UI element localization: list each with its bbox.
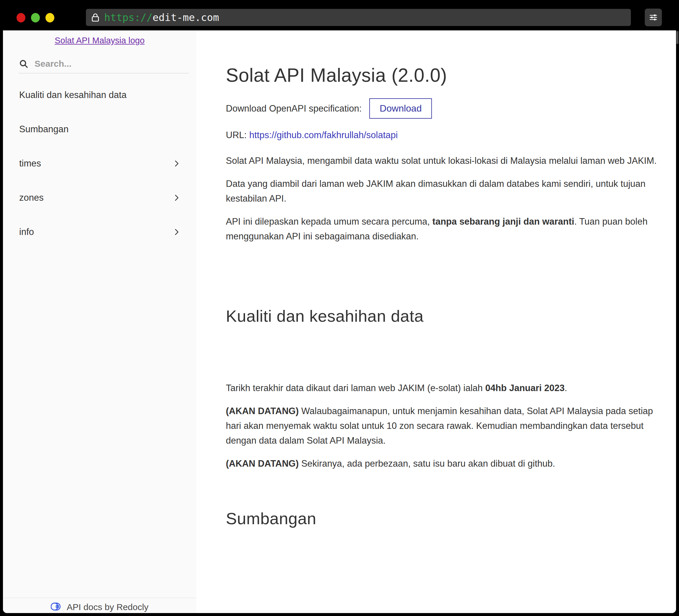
- intro-paragraph: API ini dilepaskan kepada umum secara pe…: [226, 214, 657, 244]
- page-area: Solat API Malaysia logo Search... Kualit…: [3, 30, 676, 613]
- sidebar-item-sumbangan[interactable]: Sumbangan: [3, 112, 196, 147]
- sidebar-item-label: Kualiti dan kesahihan data: [19, 90, 127, 100]
- url-scheme: https://: [104, 11, 153, 23]
- redocly-attribution-link[interactable]: API docs by Redocly: [3, 598, 196, 613]
- github-link[interactable]: https://github.com/fakhrullah/solatapi: [249, 130, 398, 140]
- intro-paragraph: Data yang diambil dari laman web JAKIM a…: [226, 176, 657, 206]
- chevron-right-icon: [172, 228, 181, 236]
- browser-chrome: https://edit-me.com: [0, 0, 679, 30]
- sidebar-item-label: Sumbangan: [19, 124, 68, 135]
- section-paragraph: Tarikh terakhir data dikaut dari laman w…: [226, 381, 657, 395]
- section-paragraph: (AKAN DATANG) Walaubagaimanapun, untuk m…: [226, 404, 657, 448]
- search-input[interactable]: Search...: [19, 55, 189, 73]
- redocly-logo-icon: [51, 601, 62, 612]
- search-placeholder: Search...: [35, 59, 71, 69]
- url-host: edit-me.com: [153, 11, 219, 23]
- lock-icon: [90, 12, 101, 23]
- close-window-button[interactable]: [17, 13, 25, 23]
- chevron-right-icon: [172, 193, 181, 202]
- search-icon: [19, 59, 29, 69]
- logo-link[interactable]: Solat API Malaysia logo: [3, 36, 196, 45]
- intro-paragraph: Solat API Malaysia, mengambil data waktu…: [226, 154, 657, 168]
- sidebar-item-info[interactable]: info: [3, 215, 196, 249]
- sidebar-item-zones[interactable]: zones: [3, 181, 196, 215]
- section-heading-sumbangan: Sumbangan: [226, 508, 658, 529]
- section-paragraph: (AKAN DATANG) Sekiranya, ada perbezaan, …: [226, 456, 657, 471]
- main-content: Solat API Malaysia (2.0.0) Download Open…: [196, 30, 676, 613]
- spec-url-row: URL: https://github.com/fakhrullah/solat…: [226, 130, 658, 140]
- traffic-lights: [17, 13, 54, 23]
- sidebar-item-label: times: [19, 158, 41, 169]
- sidebar-item-label: info: [19, 227, 34, 237]
- sidebar-menu: Kualiti dan kesahihan data Sumbangan tim…: [3, 78, 196, 249]
- url-label: URL:: [226, 130, 249, 140]
- download-spec-label: Download OpenAPI specification:: [226, 103, 362, 114]
- zoom-window-button[interactable]: [31, 13, 40, 23]
- sidebar-item-label: zones: [19, 192, 44, 203]
- scrollbar-thumb[interactable]: [676, 31, 678, 44]
- address-bar[interactable]: https://edit-me.com: [86, 9, 631, 26]
- sidebar-item-kualiti[interactable]: Kualiti dan kesahihan data: [3, 78, 196, 112]
- download-row: Download OpenAPI specification: Download: [226, 98, 658, 119]
- minimize-window-button[interactable]: [45, 13, 54, 23]
- sidebar-item-times[interactable]: times: [3, 147, 196, 181]
- sliders-icon: [648, 12, 658, 23]
- chevron-right-icon: [172, 159, 181, 168]
- page-title: Solat API Malaysia (2.0.0): [226, 63, 658, 87]
- settings-button[interactable]: [645, 8, 662, 26]
- section-heading-kualiti: Kualiti dan kesahihan data: [226, 306, 658, 326]
- download-button[interactable]: Download: [369, 98, 432, 119]
- sidebar: Solat API Malaysia logo Search... Kualit…: [3, 30, 196, 613]
- footer-text: API docs by Redocly: [67, 602, 149, 612]
- browser-window: https://edit-me.com Solat API Malaysia l…: [0, 0, 679, 616]
